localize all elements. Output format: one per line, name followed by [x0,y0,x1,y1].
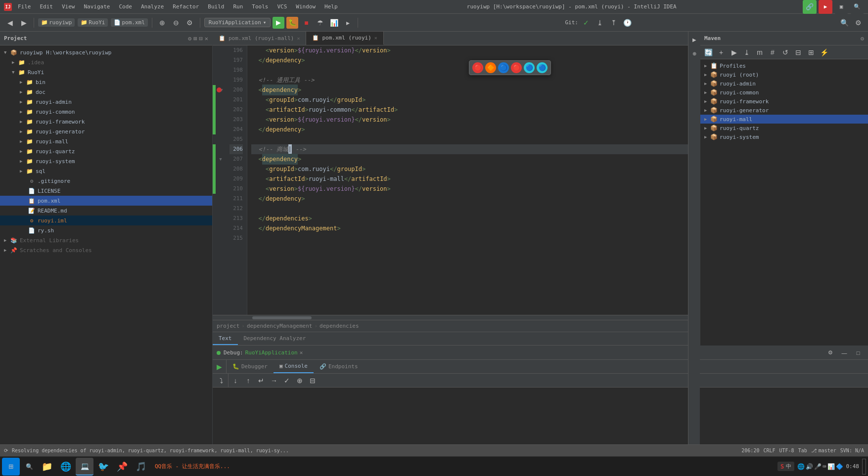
tree-item-license[interactable]: 📄 LICENSE [0,186,212,196]
right-tool-btn-1[interactable]: ▶ [688,34,700,45]
tree-item-ruoyi-framework[interactable]: ▶ 📁 ruoyi-framework [0,117,212,127]
tree-item-ruoyi-quartz[interactable]: ▶ 📁 ruoyi-quartz [0,146,212,156]
chrome-icon[interactable]: 🔴 [472,62,483,73]
collapse-button[interactable]: ⊖ [170,17,182,29]
gutter-item[interactable] [216,45,226,55]
maven-item-ruoyi-root[interactable]: ▶ 📦 ruoyi (root) [700,70,868,79]
step-over-button[interactable]: ⤵ [216,375,228,387]
breadcrumb-dep-mgmt[interactable]: dependencyManagement [247,323,312,329]
git-push-icon[interactable]: ⤒ [608,17,620,29]
settings-button[interactable]: ⚙ [184,17,196,29]
debug-button[interactable]: 🐛 [286,17,298,29]
menu-tools[interactable]: Tools [249,3,271,10]
tree-item-doc[interactable]: ▶ 📁 doc [0,87,212,97]
maven-refresh-icon[interactable]: ↺ [779,46,791,58]
taskbar-item-music[interactable]: 🎵 [132,458,150,476]
tree-item-ruoyi-mall[interactable]: ▶ 📁 ruoyi-mall [0,136,212,146]
tree-item-ruoyi-admin[interactable]: ▶ 📁 ruoyi-admin [0,97,212,107]
run-config-selector[interactable]: RuoYiApplication ▾ [204,18,271,27]
show-desktop-button[interactable] [862,459,866,475]
close-debug-icon[interactable]: ✕ [300,349,303,356]
taskbar-item-search[interactable]: 🔍 [22,458,37,476]
breadcrumb-project[interactable]: project [217,323,239,329]
browser6-icon[interactable]: 🔵 [537,62,548,73]
code-content[interactable]: <version>${ruoyi.version}</version> </de… [247,45,694,315]
maven-m-icon[interactable]: m [754,46,766,58]
keyboard-icon[interactable]: ⌨ [822,463,826,470]
more-run-button[interactable]: ▸ [342,17,354,29]
run-to-cursor-button[interactable]: → [268,375,280,387]
menu-navigate[interactable]: Navigate [81,3,113,10]
edge-icon[interactable]: 🔵 [498,62,509,73]
evaluate-button[interactable]: ✓ [281,375,293,387]
find-button[interactable]: 🔍 [838,17,850,29]
debug-action-8[interactable]: ⊟ [307,375,319,387]
menu-file[interactable]: File [15,3,34,10]
search-everywhere-icon[interactable]: 🔍 [850,0,864,14]
tab-dependency-analyzer[interactable]: Dependency Analyzer [238,332,312,345]
scrollbar-thumb-h[interactable] [252,316,312,319]
maven-settings-icon[interactable]: ⚙ [861,35,864,42]
maven-item-ruoyi-generator[interactable]: ▶ 📦 ruoyi-generator [700,106,868,115]
debug-tab-debugger[interactable]: 🐛 Debugger [227,360,274,373]
coverage-button[interactable]: ☂ [314,17,326,29]
fold-marker-207[interactable]: ▼ [219,157,222,162]
maven-download-icon[interactable]: ⤓ [741,46,753,58]
tree-item-ruoyi-system[interactable]: ▶ 📁 ruoyi-system [0,156,212,166]
run-button[interactable]: ▶ [273,17,284,29]
mic-icon[interactable]: 🎤 [814,463,822,470]
collapse-sidebar-icon[interactable]: ⊟ [199,35,203,42]
layout-icon[interactable]: ▣ [834,0,848,14]
firefox-icon[interactable]: 🔶 [485,62,496,73]
input-method[interactable]: S 中 [777,462,794,471]
breakpoint-marker[interactable] [217,87,222,92]
gear-sidebar-icon[interactable]: ⚙ [188,35,191,42]
clock-area[interactable]: 0:48 [846,463,860,470]
tree-item-scratches[interactable]: ▶ 📌 Scratches and Consoles [0,245,212,255]
menu-view[interactable]: View [59,3,78,10]
tab-pom-ruoyi[interactable]: 📋 pom.xml (ruoyi) ✕ [306,32,383,45]
debug-tab-console[interactable]: ▣ Console [274,360,314,373]
maven-item-ruoyi-common[interactable]: ▶ 📦 ruoyi-common [700,88,868,97]
step-back-button[interactable]: ↵ [255,375,267,387]
chart-icon[interactable]: 📊 [827,463,835,470]
maven-collapse-icon[interactable]: ⊟ [792,46,804,58]
debug-action-7[interactable]: ⊕ [294,375,306,387]
tree-item-pom[interactable]: 📋 pom.xml [0,196,212,206]
close-tab-active-icon[interactable]: ✕ [374,35,377,41]
maven-filter-icon[interactable]: ⚡ [818,46,830,58]
cursor-position[interactable]: 206:20 [741,448,759,453]
project-breadcrumb[interactable]: 📁 ruoyiwp [38,18,75,27]
menu-vcs[interactable]: VCS [274,3,290,10]
debug-settings-icon[interactable]: ⚙ [824,347,836,359]
forward-button[interactable]: ▶ [18,17,30,29]
network-icon[interactable]: 🌐 [797,463,805,470]
tab-text[interactable]: Text [213,332,238,345]
volume-icon[interactable]: 🔊 [806,463,813,470]
taskbar-item-browser[interactable]: 🌐 [57,458,75,476]
resume-button[interactable]: ▶ [214,361,226,373]
maven-add-icon[interactable]: + [715,46,727,58]
menu-refactor[interactable]: Refactor [170,3,202,10]
maven-item-ruoyi-quartz[interactable]: ▶ 📦 ruoyi-quartz [700,124,868,132]
close-tab-icon[interactable]: ✕ [297,36,300,41]
maven-item-ruoyi-framework[interactable]: ▶ 📦 ruoyi-framework [700,97,868,106]
git-check-icon[interactable]: ✓ [580,17,592,29]
close-sidebar-icon[interactable]: ✕ [205,35,208,42]
step-into-button[interactable]: ↓ [229,375,241,387]
gutter-item[interactable] [216,65,226,75]
expand-button[interactable]: ⊕ [156,17,168,29]
maven-expand-icon[interactable]: ⊞ [805,46,817,58]
gutter-item[interactable] [216,75,226,85]
browser5-icon[interactable]: 🔵 [524,62,535,73]
gutter-item[interactable] [216,55,226,65]
menu-edit[interactable]: Edit [37,3,56,10]
tree-item-rysh[interactable]: 📄 ry.sh [0,225,212,235]
tab-pom-mall[interactable]: 📋 pom.xml (ruoyi-mall) ✕ [213,32,306,45]
menu-run[interactable]: Run [230,3,246,10]
tree-item-idea[interactable]: ▶ 📁 .idea [0,57,212,67]
horizontal-scrollbar[interactable] [213,315,700,320]
git-history-icon[interactable]: 🕐 [622,17,634,29]
tree-item-sql[interactable]: ▶ 📁 sql [0,166,212,176]
menu-build[interactable]: Build [205,3,227,10]
